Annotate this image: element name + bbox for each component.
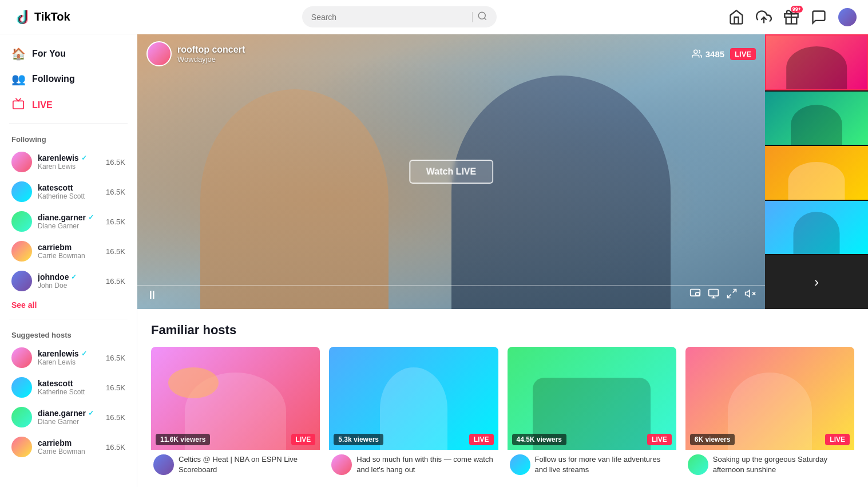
following-user-1[interactable]: karenlewis ✓ Karen Lewis 16.5K [0, 147, 137, 177]
live-player[interactable]: rooftop concert Wowdayjoe 3485 LIVE [137, 34, 765, 309]
following-user-4[interactable]: carriebm Carrie Bowman 16.5K [0, 236, 137, 266]
host-thumb-2: 5.3k viewers LIVE [329, 347, 498, 450]
host-card-3[interactable]: 44.5K viewers LIVE Follow us for more va… [508, 347, 676, 480]
sugg-verified-1: ✓ [81, 350, 87, 358]
upload-icon [756, 9, 772, 25]
home-icon-btn[interactable] [728, 9, 744, 25]
search-icon [477, 11, 487, 21]
header: TikTok [0, 0, 868, 34]
clip-icon [708, 288, 719, 299]
svg-point-5 [693, 50, 697, 53]
suggested-section-label: Suggested hosts [0, 324, 137, 343]
sidebar: 🏠 For You 👥 Following LIVE Following kar… [0, 34, 137, 487]
host-viewer-count-3: 44.5K viewers [512, 434, 566, 445]
notification-badge: 99+ [791, 6, 803, 13]
logo[interactable]: TikTok [11, 8, 70, 26]
live-section: rooftop concert Wowdayjoe 3485 LIVE [137, 34, 868, 309]
live-host-info: rooftop concert Wowdayjoe [146, 41, 245, 66]
user-avatar[interactable] [838, 8, 857, 26]
following-nav-icon: 👥 [11, 72, 25, 86]
host-card-1[interactable]: 11.6K viewers LIVE Celtics @ Heat | NBA … [151, 347, 320, 480]
user-info-3: diane.garner ✓ Diane Garner [38, 213, 100, 230]
host-thumb-1: 11.6K viewers LIVE [151, 347, 320, 450]
svg-rect-8 [709, 290, 719, 296]
host-viewer-count-1: 11.6K viewers [156, 434, 210, 445]
user-name-3: diane.garner ✓ [38, 213, 100, 222]
user-count-2: 16.5K [106, 188, 125, 196]
following-user-3[interactable]: diane.garner ✓ Diane Garner 16.5K [0, 207, 137, 236]
svg-rect-4 [13, 101, 23, 109]
search-bar[interactable] [302, 6, 497, 27]
nav-following[interactable]: 👥 Following [0, 66, 137, 92]
user-handle-1: Karen Lewis [38, 163, 100, 171]
messages-icon-btn[interactable] [811, 9, 827, 25]
watch-live-button[interactable]: Watch LIVE [409, 160, 493, 184]
thumb-2[interactable] [765, 92, 868, 145]
pause-button[interactable]: ⏸ [146, 288, 158, 302]
fullscreen-button[interactable] [726, 288, 738, 302]
user-info-1: karenlewis ✓ Karen Lewis [38, 153, 100, 171]
host-info-2: Had so much fun with this — come watch a… [329, 450, 498, 480]
suggested-user-3[interactable]: diane.garner ✓ Diane Garner 16.5K [0, 402, 137, 432]
search-button[interactable] [477, 11, 487, 23]
sugg-avatar-1 [11, 347, 32, 368]
host-card-4[interactable]: 6K viewers LIVE Soaking up the gorgeous … [685, 347, 854, 480]
user-handle-5: John Doe [38, 282, 100, 290]
user-name-1: karenlewis ✓ [38, 153, 100, 163]
user-avatar-1 [11, 152, 32, 172]
host-desc-3: Follow us for more van life adventures a… [535, 454, 674, 475]
search-input[interactable] [311, 13, 467, 22]
host-live-badge-1: LIVE [291, 434, 316, 445]
suggested-user-4[interactable]: carriebm Carrie Bowman 16.5K [0, 432, 137, 462]
thumb-1[interactable] [765, 34, 868, 90]
host-desc-4: Soaking up the gorgeous Saturday afterno… [713, 454, 852, 475]
pip-button[interactable] [689, 288, 701, 302]
thumb-4[interactable] [765, 201, 868, 255]
host-card-avatar-4 [688, 454, 708, 475]
thumb-more[interactable]: › [765, 255, 868, 309]
app-name: TikTok [34, 10, 70, 23]
viewers-icon [692, 49, 702, 59]
user-count-3: 16.5K [106, 217, 125, 226]
sidebar-divider-1 [9, 123, 128, 124]
following-user-5[interactable]: johndoe ✓ John Doe 16.5K [0, 266, 137, 296]
tiktok-logo-icon [11, 8, 30, 26]
host-thumb-3: 44.5K viewers LIVE [508, 347, 676, 450]
host-viewer-count-4: 6K viewers [690, 434, 735, 445]
user-name-2: katescott [38, 183, 100, 192]
svg-line-12 [728, 295, 731, 298]
familiar-hosts-title: Familiar hosts [151, 323, 854, 338]
nav-for-you-label: For You [32, 49, 66, 59]
user-avatar-2 [11, 181, 32, 202]
live-host-title: rooftop concert [177, 45, 245, 55]
sugg-name-3: diane.garner ✓ [38, 409, 100, 418]
gift-icon-btn[interactable]: 99+ [783, 9, 799, 25]
live-host-text: rooftop concert Wowdayjoe [177, 45, 245, 64]
following-user-2[interactable]: katescott Katherine Scott 16.5K [0, 177, 137, 207]
sugg-info-2: katescott Katherine Scott [38, 379, 100, 396]
suggested-user-2[interactable]: katescott Katherine Scott 16.5K [0, 373, 137, 402]
user-count-5: 16.5K [106, 277, 125, 286]
user-info-2: katescott Katherine Scott [38, 183, 100, 200]
see-all-button[interactable]: See all [0, 296, 137, 314]
upload-icon-btn[interactable] [756, 9, 772, 25]
home-icon [728, 9, 744, 25]
mute-button[interactable] [744, 288, 756, 302]
nav-for-you[interactable]: 🏠 For You [0, 41, 137, 66]
nav-live[interactable]: LIVE [0, 92, 137, 118]
suggested-user-1[interactable]: karenlewis ✓ Karen Lewis 16.5K [0, 343, 137, 373]
sugg-name-1: karenlewis ✓ [38, 349, 100, 358]
host-card-avatar-2 [331, 454, 352, 475]
host-card-avatar-3 [510, 454, 530, 475]
host-card-2[interactable]: 5.3k viewers LIVE Had so much fun with t… [329, 347, 498, 480]
host-info-4: Soaking up the gorgeous Saturday afterno… [685, 450, 854, 480]
clip-button[interactable] [708, 288, 719, 302]
home-nav-icon: 🏠 [11, 47, 25, 61]
host-live-badge-3: LIVE [647, 434, 672, 445]
verified-icon-5: ✓ [71, 273, 77, 281]
thumb-3[interactable] [765, 146, 868, 200]
nav-live-label: LIVE [32, 100, 53, 110]
user-handle-2: Katherine Scott [38, 192, 100, 200]
thumbnail-strip: › [765, 34, 868, 309]
main-content: rooftop concert Wowdayjoe 3485 LIVE [137, 34, 868, 487]
